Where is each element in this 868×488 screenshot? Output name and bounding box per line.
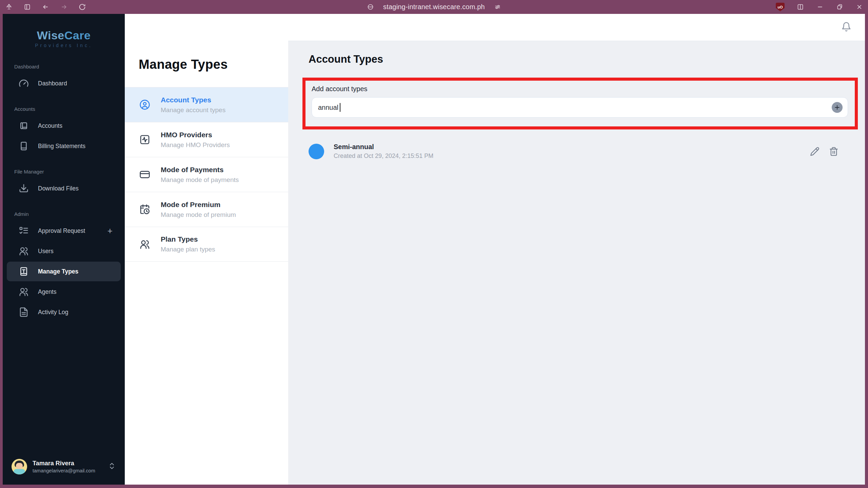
main-header	[288, 14, 865, 41]
add-button[interactable]	[832, 102, 843, 113]
tune-icon[interactable]	[494, 3, 502, 11]
activity-square-icon	[139, 134, 151, 145]
download-icon	[18, 183, 29, 194]
browser-window: staging-intranet.wisecare.com.ph uO	[0, 0, 868, 488]
add-account-type-input[interactable]	[312, 97, 848, 118]
book-icon	[18, 141, 29, 151]
browser-logo-icon[interactable]	[5, 3, 13, 11]
text-caret	[340, 103, 340, 112]
gauge-icon	[18, 78, 29, 89]
ublock-icon[interactable]: uO	[776, 3, 785, 12]
panel-item-subtitle: Manage HMO Providers	[161, 141, 230, 149]
restore-button[interactable]	[835, 3, 844, 11]
sidebar-item-dashboard[interactable]: Dashboard	[7, 74, 121, 93]
avatar	[12, 459, 27, 474]
chevrons-up-down-icon	[108, 462, 116, 471]
page-title: Account Types	[309, 53, 865, 65]
sidebar-item-approval-request[interactable]: Approval Request +	[7, 221, 121, 241]
panel-item-title: Account Types	[161, 96, 225, 104]
section-label-admin: Admin	[3, 208, 125, 220]
book-copy-icon	[18, 120, 29, 131]
main-area: Account Types Add account types Semi-a	[288, 14, 865, 485]
panel-item-mode-of-premium[interactable]: Mode of Premium Manage mode of premium	[125, 192, 288, 227]
user-circle-icon	[139, 99, 151, 110]
panel-item-subtitle: Manage plan types	[161, 246, 215, 253]
panel-item-hmo-providers[interactable]: HMO Providers Manage HMO Providers	[125, 122, 288, 157]
sidebar-item-download-files[interactable]: Download Files	[7, 179, 121, 198]
highlight-annotation-box: Add account types	[302, 78, 858, 129]
panel-toggle-icon[interactable]	[796, 3, 804, 11]
user-name: Tamara Rivera	[33, 460, 95, 467]
section-label-dashboard: Dashboard	[3, 60, 125, 73]
panel-item-title: Mode of Premium	[161, 201, 236, 209]
account-type-row: Semi-annual Created at Oct 29, 2024, 2:1…	[309, 143, 865, 160]
book-type-icon	[18, 266, 29, 277]
sidebar-item-billing-statements[interactable]: Billing Statements	[7, 136, 121, 156]
add-account-types-label: Add account types	[312, 85, 848, 93]
back-icon[interactable]	[41, 3, 50, 11]
panel-item-subtitle: Manage mode of premium	[161, 211, 236, 219]
panel-title: Manage Types	[139, 57, 288, 72]
sidebar-item-agents[interactable]: Agents	[7, 282, 121, 302]
app-logo: WiseCare Providers Inc.	[3, 14, 125, 52]
browser-topbar: staging-intranet.wisecare.com.ph uO	[0, 0, 868, 14]
bell-icon[interactable]	[841, 22, 851, 33]
list-checks-icon	[18, 225, 29, 236]
forward-icon[interactable]	[60, 3, 68, 11]
panel-item-account-types[interactable]: Account Types Manage account types	[125, 87, 288, 122]
sidebar-item-label: Approval Request	[38, 227, 85, 235]
section-label-file-manager: File Manager	[3, 165, 125, 178]
logo-wise-text: Wise	[37, 29, 64, 42]
user-menu[interactable]: Tamara Rivera tamangelarivera@gmail.com	[3, 451, 125, 485]
sidebar-item-label: Agents	[38, 288, 56, 296]
users-icon	[18, 246, 29, 257]
file-text-icon	[18, 307, 29, 318]
sidebar-item-label: Accounts	[38, 122, 62, 129]
users-icon	[18, 286, 29, 297]
sidebar-item-label: Manage Types	[38, 268, 78, 275]
url-text[interactable]: staging-intranet.wisecare.com.ph	[383, 3, 485, 11]
panel-item-title: Mode of Payments	[161, 166, 239, 174]
sidebar-item-manage-types[interactable]: Manage Types	[7, 262, 121, 281]
panel-item-subtitle: Manage account types	[161, 106, 225, 114]
sidebar-toggle-icon[interactable]	[23, 3, 31, 11]
sidebar-item-label: Download Files	[38, 185, 79, 192]
logo-care-text: Care	[64, 29, 91, 42]
close-button[interactable]	[855, 3, 863, 11]
type-created-at: Created at Oct 29, 2024, 2:15:51 PM	[334, 152, 433, 160]
minimize-button[interactable]	[816, 3, 824, 11]
logo-tagline: Providers Inc.	[3, 43, 125, 48]
panel-item-title: HMO Providers	[161, 131, 230, 139]
reload-icon[interactable]	[78, 3, 86, 11]
users-icon	[139, 239, 151, 250]
link-icon	[366, 3, 374, 11]
sidebar-item-accounts[interactable]: Accounts	[7, 116, 121, 136]
edit-icon[interactable]	[810, 147, 820, 156]
panel-item-plan-types[interactable]: Plan Types Manage plan types	[125, 227, 288, 262]
sidebar: WiseCare Providers Inc. Dashboard Dashbo…	[3, 14, 125, 485]
type-name: Semi-annual	[334, 143, 433, 151]
panel-item-title: Plan Types	[161, 235, 215, 243]
address-bar[interactable]: staging-intranet.wisecare.com.ph	[366, 0, 502, 14]
delete-icon[interactable]	[829, 147, 839, 156]
sidebar-item-activity-log[interactable]: Activity Log	[7, 302, 121, 322]
section-label-accounts: Accounts	[3, 103, 125, 115]
manage-types-panel: Manage Types Account Types Manage accoun…	[125, 14, 288, 485]
panel-item-subtitle: Manage mode of payments	[161, 176, 239, 184]
sidebar-item-users[interactable]: Users	[7, 241, 121, 261]
calendar-clock-icon	[139, 204, 151, 215]
sidebar-item-label: Activity Log	[38, 309, 68, 316]
credit-card-icon	[139, 169, 151, 180]
sidebar-item-label: Users	[38, 248, 54, 255]
panel-item-mode-of-payments[interactable]: Mode of Payments Manage mode of payments	[125, 157, 288, 192]
user-email: tamangelarivera@gmail.com	[33, 468, 95, 473]
type-color-dot	[309, 144, 324, 159]
plus-icon[interactable]: +	[107, 226, 113, 235]
sidebar-item-label: Dashboard	[38, 80, 67, 87]
sidebar-item-label: Billing Statements	[38, 143, 85, 150]
